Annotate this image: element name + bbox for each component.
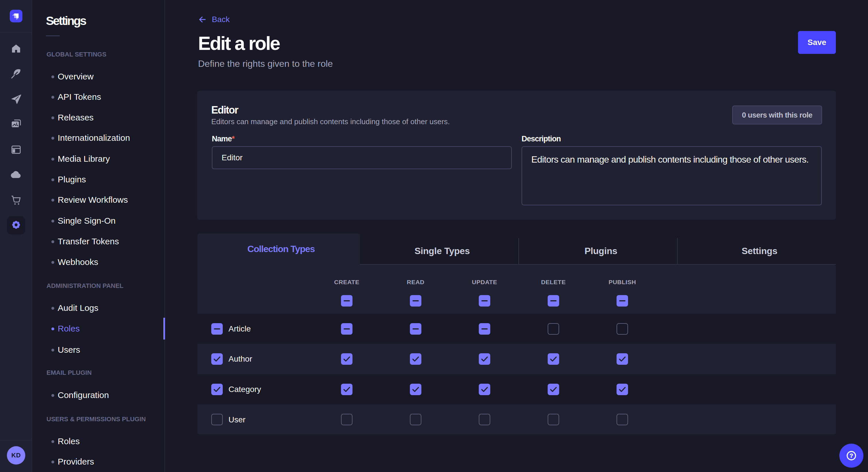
svg-text:?: ?: [849, 452, 853, 459]
